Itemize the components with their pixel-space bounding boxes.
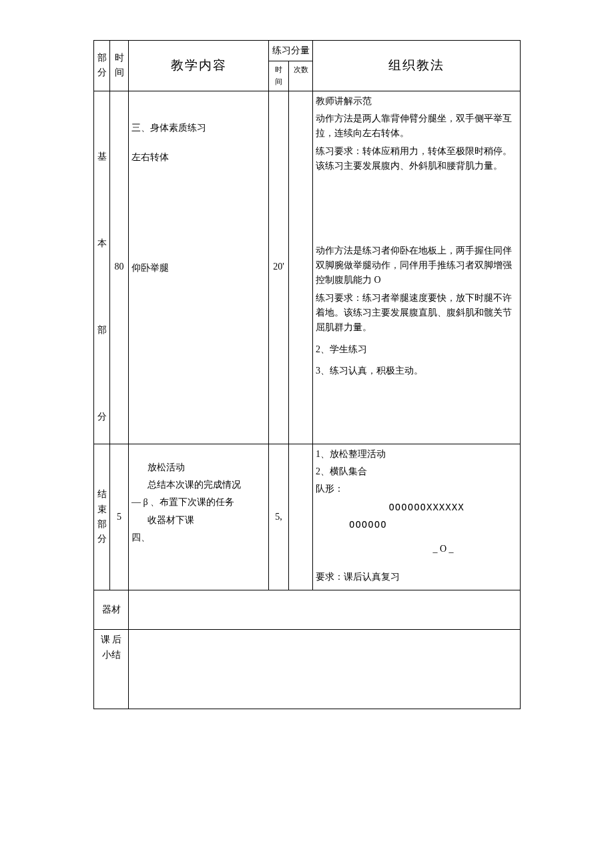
method1-l2: 动作方法是两人靠背伸臂分腿坐，双手侧平举互拉，连续向左右转体。	[316, 111, 517, 141]
basic-part-label: 基 本 部 分	[94, 91, 110, 444]
method2-l1: 动作方法是练习者仰卧在地板上，两手握住同伴双脚腕做举腿动作，同伴用手推练习者双脚…	[316, 244, 517, 288]
end-c3: — β 、布置下次课的任务	[131, 495, 266, 510]
header-row-1: 部 分 时 间 教学内容 练习分量 组织教法	[94, 41, 521, 61]
basic-subtime: 20'	[269, 91, 289, 444]
basic-content-item2: 仰卧举腿	[131, 261, 266, 276]
header-count: 次数	[289, 61, 313, 91]
end-part-label: 结 束 部 分	[94, 444, 110, 590]
end-c4: 收器材下课	[131, 513, 266, 528]
header-time-2: 间	[113, 65, 125, 80]
end-count	[289, 444, 313, 590]
method2-l4: 3、练习认真，积极主动。	[316, 364, 517, 378]
basic-part-4: 分	[97, 410, 107, 424]
header-practice: 练习分量	[269, 41, 313, 61]
equipment-content	[129, 590, 521, 630]
header-part: 部 分	[94, 41, 110, 91]
header-part-1: 部	[97, 51, 107, 65]
end-content: 放松活动 总结本次课的完成情况 — β 、布置下次课的任务 收器材下课 四、	[129, 444, 269, 590]
basic-part-2: 本	[97, 236, 107, 251]
summary-content	[129, 630, 521, 709]
summary-label: 课 后 小结	[94, 630, 129, 709]
header-subtime: 时间	[269, 61, 289, 91]
summary-l2: 小结	[102, 650, 121, 660]
end-m-l3: 队形：	[316, 482, 517, 496]
end-section-row: 结 束 部 分 5 放松活动 总结本次课的完成情况 — β 、布置下次课的任务 …	[94, 444, 521, 590]
end-c5: 四、	[131, 530, 266, 545]
header-method: 组织教法	[313, 41, 521, 91]
summary-row: 课 后 小结	[94, 630, 521, 709]
basic-part-1: 基	[97, 149, 107, 164]
end-c1: 放松活动	[131, 460, 266, 475]
header-time: 时 间	[110, 41, 129, 91]
basic-content-title: 三、身体素质练习	[131, 121, 266, 135]
basic-section-row: 基 本 部 分 80 三、身体素质练习 左右转体 仰卧举腿 20' 教师讲解示范…	[94, 91, 521, 444]
equipment-row: 器材	[94, 590, 521, 630]
end-diag3: _ O _	[316, 542, 517, 556]
basic-count	[289, 91, 313, 444]
lesson-plan-table: 部 分 时 间 教学内容 练习分量 组织教法 时间 次数 基 本 部 分 80	[93, 40, 521, 709]
end-m-l4: 要求：课后认真复习	[316, 570, 517, 584]
end-diag1: OOOOOOXXXXXX	[316, 500, 517, 514]
end-m-l1: 1、放松整理活动	[316, 447, 517, 462]
method2-l2: 练习要求：练习者举腿速度要快，放下时腿不许着地。该练习主要发展腹直肌、腹斜肌和髋…	[316, 291, 517, 336]
method1-l1: 教师讲解示范	[316, 94, 517, 109]
method1-l3: 练习要求：转体应稍用力，转体至极限时稍停。该练习主要发展腹内、外斜肌和腰背肌力量…	[316, 144, 517, 174]
basic-time: 80	[110, 91, 129, 444]
basic-content: 三、身体素质练习 左右转体 仰卧举腿	[129, 91, 269, 444]
end-part-2: 部 分	[97, 519, 107, 544]
summary-l1: 课 后	[101, 634, 122, 644]
method2-l3: 2、学生练习	[316, 342, 517, 357]
end-subtime: 5,	[269, 444, 289, 590]
header-content: 教学内容	[129, 41, 269, 91]
end-method: 1、放松整理活动 2、横队集合 队形： OOOOOOXXXXXX OOOOOO …	[313, 444, 521, 590]
equipment-label: 器材	[94, 590, 129, 630]
basic-part-3: 部	[97, 323, 107, 338]
end-m-l2: 2、横队集合	[316, 464, 517, 479]
end-diag2: OOOOOO	[316, 517, 517, 532]
basic-content-item1: 左右转体	[131, 150, 266, 165]
end-time: 5	[110, 444, 129, 590]
header-time-1: 时	[113, 51, 125, 65]
header-part-2: 分	[97, 65, 107, 80]
end-c2: 总结本次课的完成情况	[131, 478, 266, 492]
basic-method: 教师讲解示范 动作方法是两人靠背伸臂分腿坐，双手侧平举互拉，连续向左右转体。 练…	[313, 91, 521, 444]
end-part-1: 结 束	[97, 489, 107, 514]
